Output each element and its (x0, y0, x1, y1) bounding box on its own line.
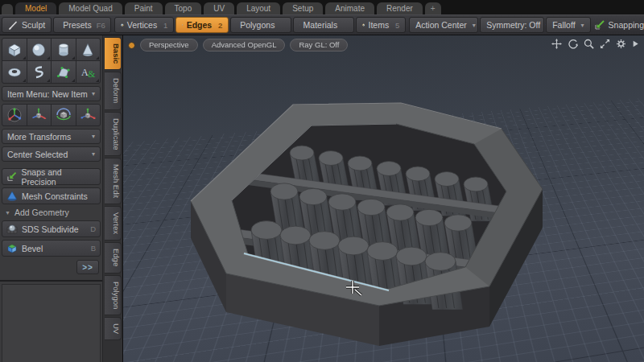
snaps-label: Snaps and Precision (21, 167, 96, 187)
vtab-deform[interactable]: Deform (105, 72, 122, 109)
center-selected-label: Center Selected (7, 150, 68, 159)
tab-render[interactable]: Render (377, 2, 423, 14)
tab-animate[interactable]: Animate (325, 2, 374, 14)
settings-gear-icon[interactable] (616, 39, 626, 49)
cube-primitive-button[interactable] (2, 39, 27, 60)
bevel-shortcut: B (91, 244, 96, 253)
scale-tool-button[interactable] (76, 105, 101, 125)
presets-button[interactable]: Presets F6 (53, 17, 111, 33)
mesh-constraints-label: Mesh Constraints (22, 191, 88, 201)
tab-model[interactable]: Model (15, 2, 56, 14)
item-menu-dropdown[interactable]: Item Menu: New Item ▾ (2, 86, 101, 101)
vtab-uv[interactable]: UV (105, 317, 122, 340)
viewport-menu-icon[interactable] (632, 39, 639, 49)
vtab-edge[interactable]: Edge (105, 242, 122, 273)
triangle-down-icon: ▼ (5, 210, 10, 216)
sketch-curve-button[interactable] (52, 61, 76, 83)
falloff-dropdown[interactable]: Falloff ▾ (546, 17, 590, 33)
vtab-mesh-edit[interactable]: Mesh Edit (105, 158, 122, 204)
tab-stub (2, 4, 13, 14)
transform-tool-button[interactable] (2, 105, 27, 125)
mode-polygons-button[interactable]: Polygons (230, 17, 291, 33)
symmetry-dropdown[interactable]: Symmetry: Off ▾ (480, 17, 544, 33)
add-geometry-label: Add Geometry (14, 208, 69, 217)
vtab-basic[interactable]: Basic (105, 37, 122, 70)
fit-view-icon[interactable] (600, 39, 610, 49)
sds-subdivide-icon (6, 224, 18, 234)
mode-label: Materials (303, 20, 338, 30)
helix-primitive-button[interactable] (27, 61, 52, 83)
sds-shortcut: D (90, 224, 96, 233)
expand-panel-button[interactable]: >> (76, 260, 99, 274)
empty-panel (2, 284, 101, 362)
tab-layout[interactable]: Layout (237, 2, 280, 14)
vtab-vertex[interactable]: Vertex (105, 206, 122, 241)
pan-move-icon[interactable] (551, 39, 562, 49)
vtab-duplicate[interactable]: Duplicate (105, 112, 122, 157)
bevel-button[interactable]: Bevel B (2, 240, 101, 257)
snapping-button[interactable]: Snapping (592, 17, 644, 33)
mode-edges-button[interactable]: Edges 2 (175, 17, 229, 33)
vtab-polygon[interactable]: Polygon (105, 275, 122, 315)
shading-mode-button[interactable]: Advanced OpenGL (203, 39, 286, 51)
mode-vertices-button[interactable]: Vertices 1 (114, 17, 174, 33)
perspective-button[interactable]: Perspective (140, 39, 198, 51)
mode-materials-button[interactable]: Materials (293, 17, 354, 33)
chevron-down-icon: ▾ (581, 22, 584, 29)
zoom-magnifier-icon[interactable] (584, 39, 594, 49)
mode-label: Items (369, 20, 390, 30)
more-transforms-dropdown[interactable]: More Transforms ▾ (2, 129, 101, 144)
3d-viewport[interactable]: Perspective Advanced OpenGL Ray GL: Off (122, 35, 644, 362)
text-tool-icon: A & (80, 65, 96, 80)
raygl-button[interactable]: Ray GL: Off (290, 39, 348, 51)
snaps-icon (6, 171, 17, 182)
chevron-down-icon: ▾ (92, 150, 95, 158)
torus-primitive-button[interactable] (2, 61, 27, 83)
rotate-tool-button[interactable] (52, 105, 76, 125)
sculpt-label: Sculpt (22, 20, 45, 30)
snaps-precision-button[interactable]: Snaps and Precision (2, 168, 101, 185)
sds-subdivide-label: SDS Subdivide (22, 224, 79, 234)
mode-shortcut-number: 1 (162, 21, 167, 30)
text-primitive-button[interactable]: A & (76, 61, 101, 83)
mesh-constraints-icon (6, 191, 18, 201)
transform-tool-row (2, 104, 101, 126)
cylinder-primitive-button[interactable] (52, 39, 76, 60)
viewport-header: Perspective Advanced OpenGL Ray GL: Off (128, 39, 348, 51)
presets-label: Presets (63, 20, 92, 30)
tab-uv[interactable]: UV (204, 2, 234, 14)
panel-splitter[interactable] (0, 280, 102, 282)
add-tab-button[interactable]: + (425, 2, 441, 14)
tab-setup[interactable]: Setup (283, 2, 323, 14)
item-menu-label: Item Menu: New Item (7, 89, 88, 99)
mode-label: Edges (187, 20, 213, 30)
viewport-active-dot-icon[interactable] (128, 42, 135, 49)
helix-icon (31, 65, 47, 80)
layout-tabbar: Model Model Quad Paint Topo UV Layout Se… (0, 0, 644, 14)
tab-paint[interactable]: Paint (125, 2, 163, 14)
add-geometry-header[interactable]: ▼ Add Geometry (2, 207, 101, 218)
action-center-dropdown[interactable]: Action Center ▾ (409, 17, 478, 33)
mode-shortcut-number: 5 (394, 21, 399, 30)
orbit-rotate-icon[interactable] (568, 39, 578, 49)
sphere-primitive-button[interactable] (27, 39, 52, 60)
more-transforms-label: More Transforms (7, 132, 71, 142)
sculpt-pen-icon (8, 20, 19, 31)
symmetry-label: Symmetry: Off (486, 20, 540, 30)
viewport-canvas[interactable] (123, 35, 644, 362)
sculpt-button[interactable]: Sculpt (2, 17, 52, 33)
sds-subdivide-button[interactable]: SDS Subdivide D (2, 220, 101, 237)
snapping-arrow-icon (594, 19, 605, 31)
center-selected-dropdown[interactable]: Center Selected ▾ (2, 146, 101, 162)
tab-topo[interactable]: Topo (165, 2, 202, 14)
move-gizmo-icon (30, 107, 47, 123)
tab-model-quad[interactable]: Model Quad (59, 2, 122, 14)
scale-gizmo-icon (79, 107, 97, 123)
mode-items-button[interactable]: Items 5 (356, 17, 406, 33)
move-tool-button[interactable] (27, 105, 52, 125)
primitive-grid: A & (2, 38, 101, 84)
cone-primitive-button[interactable] (76, 39, 101, 60)
cone-icon (80, 43, 96, 57)
mesh-constraints-button[interactable]: Mesh Constraints (2, 187, 101, 204)
cube-icon (6, 43, 23, 57)
